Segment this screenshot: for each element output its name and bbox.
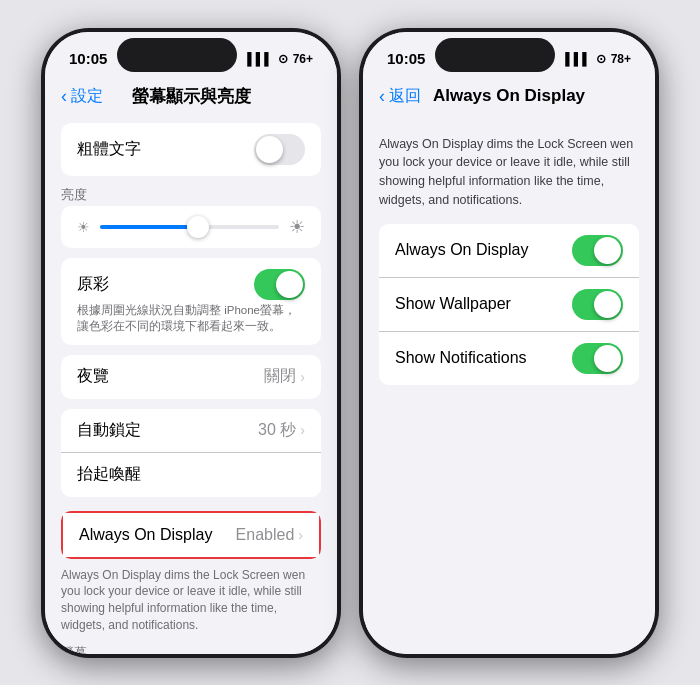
nav-bar-left: ‹ 設定 螢幕顯示與亮度 <box>45 78 337 115</box>
back-label-right: 返回 <box>389 86 421 107</box>
autolock-label: 自動鎖定 <box>77 420 141 441</box>
back-chevron-right: ‹ <box>379 86 385 107</box>
back-button-right[interactable]: ‹ 返回 <box>379 86 421 107</box>
aod-item[interactable]: Always On Display Enabled › <box>63 513 319 557</box>
status-bar-right: 10:05 ▌▌▌ ⊙ 78+ <box>363 32 655 78</box>
notifications-toggle-knob <box>594 345 621 372</box>
content-left: 粗體文字 亮度 ☀ ☀ <box>45 115 337 654</box>
aod-page-description: Always On Display dims the Lock Screen w… <box>363 127 655 224</box>
bold-text-toggle[interactable] <box>254 134 305 165</box>
notifications-toggle-label: Show Notifications <box>395 349 527 367</box>
signal-icon-right: ▌▌▌ <box>565 52 591 66</box>
aod-toggle-label: Always On Display <box>395 241 528 259</box>
dynamic-island-left <box>117 38 237 72</box>
sun-large-icon: ☀ <box>289 216 305 238</box>
autolock-group: 自動鎖定 30 秒 › 抬起喚醒 <box>61 409 321 497</box>
brightness-row[interactable]: ☀ ☀ <box>61 206 321 248</box>
signal-icon-left: ▌▌▌ <box>247 52 273 66</box>
truetone-group: 原彩 根據周圍光線狀況自動調整 iPhone螢幕，讓色彩在不同的環境下都看起來一… <box>61 258 321 345</box>
brightness-thumb <box>187 216 209 238</box>
night-shift-item[interactable]: 夜覽 關閉 › <box>61 355 321 399</box>
aod-description-left: Always On Display dims the Lock Screen w… <box>45 563 337 642</box>
time-right: 10:05 <box>387 50 425 67</box>
night-shift-label: 夜覽 <box>77 366 109 387</box>
left-phone: 10:05 ▌▌▌ ⊙ 76+ ‹ 設定 螢幕顯示與亮度 粗體文字 <box>41 28 341 658</box>
aod-value-text: Enabled <box>236 526 295 544</box>
status-bar-left: 10:05 ▌▌▌ ⊙ 76+ <box>45 32 337 78</box>
wallpaper-toggle-item[interactable]: Show Wallpaper <box>379 278 639 332</box>
sun-small-icon: ☀ <box>77 219 90 235</box>
wallpaper-toggle-label: Show Wallpaper <box>395 295 511 313</box>
back-label-left: 設定 <box>71 86 103 107</box>
bold-text-label: 粗體文字 <box>77 139 141 160</box>
brightness-fill <box>100 225 198 229</box>
dynamic-island-right <box>435 38 555 72</box>
wifi-icon-right: ⊙ <box>596 52 606 66</box>
truetone-toggle[interactable] <box>254 269 305 300</box>
aod-settings-group: Always On Display Show Wallpaper Show No… <box>379 224 639 385</box>
right-phone: 10:05 ▌▌▌ ⊙ 78+ ‹ 返回 Always On Display A… <box>359 28 659 658</box>
content-right: Always On Display dims the Lock Screen w… <box>363 115 655 654</box>
bold-text-item[interactable]: 粗體文字 <box>61 123 321 176</box>
brightness-label: 亮度 <box>45 186 337 206</box>
autolock-item[interactable]: 自動鎖定 30 秒 › <box>61 409 321 453</box>
time-left: 10:05 <box>69 50 107 67</box>
battery-left: 76+ <box>293 52 313 66</box>
bold-text-group: 粗體文字 <box>61 123 321 176</box>
status-icons-right: ▌▌▌ ⊙ 78+ <box>565 52 631 66</box>
raise-wake-item[interactable]: 抬起喚醒 <box>61 453 321 497</box>
aod-label-left: Always On Display <box>79 526 212 544</box>
aod-group-highlighted: Always On Display Enabled › <box>61 511 321 559</box>
wallpaper-toggle[interactable] <box>572 289 623 320</box>
autolock-value: 30 秒 › <box>258 420 305 441</box>
aod-toggle-item[interactable]: Always On Display <box>379 224 639 278</box>
autolock-text: 30 秒 <box>258 420 296 441</box>
night-shift-group: 夜覽 關閉 › <box>61 355 321 399</box>
toggle-knob-2 <box>276 271 303 298</box>
nav-bar-right: ‹ 返回 Always On Display <box>363 78 655 115</box>
aod-toggle[interactable] <box>572 235 623 266</box>
toggle-knob <box>256 136 283 163</box>
truetone-label: 原彩 <box>77 274 109 295</box>
wifi-icon-left: ⊙ <box>278 52 288 66</box>
brightness-track[interactable] <box>100 225 279 229</box>
wallpaper-toggle-knob <box>594 291 621 318</box>
truetone-item[interactable]: 原彩 根據周圍光線狀況自動調整 iPhone螢幕，讓色彩在不同的環境下都看起來一… <box>61 258 321 345</box>
notifications-toggle[interactable] <box>572 343 623 374</box>
back-button-left[interactable]: ‹ 設定 <box>61 86 103 107</box>
truetone-description: 根據周圍光線狀況自動調整 iPhone螢幕，讓色彩在不同的環境下都看起來一致。 <box>77 302 305 334</box>
aod-toggle-knob <box>594 237 621 264</box>
autolock-chevron: › <box>300 422 305 438</box>
battery-right: 78+ <box>611 52 631 66</box>
screen-section-title: 螢幕 <box>45 642 337 654</box>
back-chevron-left: ‹ <box>61 86 67 107</box>
night-shift-value: 關閉 › <box>264 366 305 387</box>
raise-wake-label: 抬起喚醒 <box>77 464 141 485</box>
notifications-toggle-item[interactable]: Show Notifications <box>379 332 639 385</box>
aod-chevron: › <box>298 527 303 543</box>
aod-value: Enabled › <box>236 526 303 544</box>
status-icons-left: ▌▌▌ ⊙ 76+ <box>247 52 313 66</box>
nav-title-right: Always On Display <box>433 86 585 106</box>
night-shift-text: 關閉 <box>264 366 296 387</box>
nav-title-left: 螢幕顯示與亮度 <box>132 85 251 108</box>
night-shift-chevron: › <box>300 369 305 385</box>
